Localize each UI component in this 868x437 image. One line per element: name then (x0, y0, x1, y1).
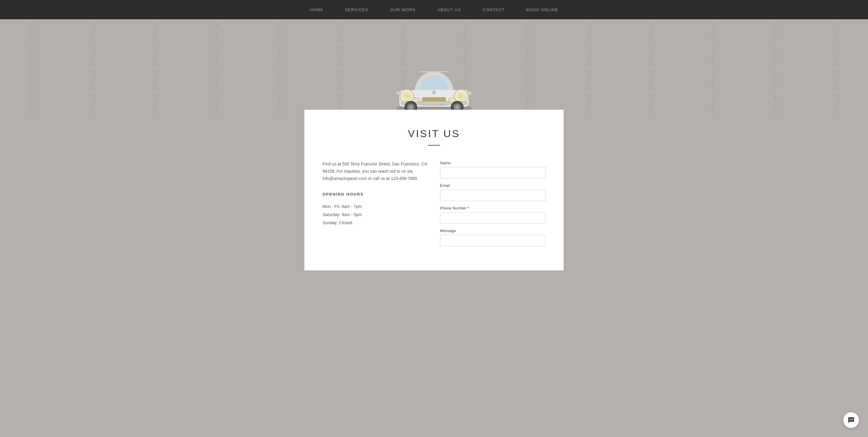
svg-point-146 (525, 46, 527, 48)
svg-point-26 (401, 22, 403, 24)
svg-point-186 (277, 58, 279, 60)
svg-line-153 (650, 47, 652, 52)
svg-point-215 (713, 63, 715, 65)
svg-point-339 (31, 99, 33, 101)
nav-our-work[interactable]: OUR WORK (379, 7, 427, 12)
svg-point-155 (651, 51, 653, 53)
svg-line-68 (216, 35, 218, 40)
message-input[interactable] (440, 235, 546, 246)
svg-point-395 (31, 111, 33, 113)
svg-line-384 (774, 95, 776, 100)
svg-point-266 (649, 70, 651, 72)
pattern-cell (124, 43, 186, 56)
pattern-cell (124, 92, 186, 104)
svg-point-91 (527, 39, 529, 41)
svg-point-158 (711, 46, 713, 48)
svg-line-272 (774, 71, 776, 76)
svg-point-235 (155, 75, 157, 77)
svg-line-116 (92, 47, 94, 52)
svg-line-245 (340, 71, 342, 76)
svg-point-130 (277, 46, 279, 48)
pattern-cell (0, 31, 62, 43)
svg-line-76 (340, 35, 342, 40)
pattern-cell (186, 43, 248, 56)
svg-line-352 (278, 95, 280, 100)
svg-line-164 (836, 47, 838, 52)
svg-line-180 (216, 59, 218, 64)
pattern-cell (124, 19, 186, 31)
svg-line-77 (340, 35, 342, 40)
nav-services[interactable]: SERVICES (334, 7, 379, 12)
svg-line-33 (526, 23, 528, 28)
svg-point-379 (651, 99, 653, 101)
hours-weekday: Mon - Fri: 8am - 7pm (322, 202, 428, 211)
svg-point-434 (649, 106, 651, 108)
svg-line-88 (526, 35, 528, 40)
svg-point-342 (91, 94, 93, 96)
email-label: Email (440, 183, 546, 188)
svg-point-403 (155, 111, 157, 113)
svg-point-283 (31, 87, 33, 89)
svg-line-428 (588, 107, 590, 112)
svg-line-241 (278, 71, 280, 76)
pattern-cell (806, 67, 868, 80)
svg-line-396 (92, 107, 94, 112)
svg-line-65 (154, 35, 156, 40)
svg-line-328 (774, 83, 776, 88)
svg-line-236 (216, 71, 218, 76)
svg-line-209 (650, 59, 652, 64)
svg-point-247 (341, 75, 343, 77)
svg-line-168 (30, 59, 32, 64)
svg-line-237 (216, 71, 218, 76)
svg-line-121 (154, 47, 156, 52)
svg-line-160 (774, 47, 776, 52)
pattern-cell (124, 80, 186, 92)
svg-line-405 (216, 107, 218, 112)
email-input[interactable] (440, 190, 546, 201)
svg-line-44 (712, 23, 714, 28)
svg-point-127 (217, 51, 219, 53)
pattern-cell (682, 92, 744, 104)
svg-line-8 (154, 23, 156, 28)
svg-point-238 (215, 70, 217, 72)
pattern-cell (806, 31, 868, 43)
svg-point-219 (775, 63, 777, 65)
phone-field-group: Phone Number * (440, 206, 546, 224)
svg-point-231 (93, 75, 95, 77)
svg-line-233 (154, 71, 156, 76)
svg-line-148 (588, 47, 590, 52)
svg-point-207 (589, 63, 591, 65)
nav-book-online[interactable]: BOOK ONLINE (516, 7, 569, 12)
phone-input[interactable] (440, 212, 546, 224)
svg-line-348 (216, 95, 218, 100)
opening-hours-label: OPENING HOURS (322, 191, 428, 198)
svg-point-439 (713, 111, 715, 113)
name-input[interactable] (440, 167, 546, 179)
svg-line-337 (30, 95, 32, 100)
pattern-cell (620, 80, 682, 92)
pattern-cell (682, 104, 744, 116)
svg-point-159 (713, 51, 715, 53)
svg-point-358 (339, 94, 341, 96)
pattern-cell (682, 19, 744, 31)
nav-about-us[interactable]: ABOUT US (427, 7, 472, 12)
svg-point-291 (155, 87, 157, 89)
pattern-cell (806, 43, 868, 56)
pattern-cell (744, 31, 806, 43)
nav-home[interactable]: HOME (299, 7, 334, 12)
pattern-cell (186, 104, 248, 116)
svg-line-376 (650, 95, 652, 100)
svg-line-285 (92, 83, 94, 88)
svg-rect-472 (467, 92, 472, 95)
svg-point-66 (153, 34, 155, 36)
nav-contact[interactable]: CONTACT (472, 7, 516, 12)
svg-line-313 (526, 83, 528, 88)
svg-point-335 (837, 87, 839, 89)
svg-point-299 (279, 87, 281, 89)
svg-point-295 (217, 87, 219, 89)
svg-point-259 (527, 75, 529, 77)
svg-line-380 (712, 95, 714, 100)
svg-line-385 (774, 95, 776, 100)
svg-line-389 (836, 95, 838, 100)
pattern-cell (682, 43, 744, 56)
